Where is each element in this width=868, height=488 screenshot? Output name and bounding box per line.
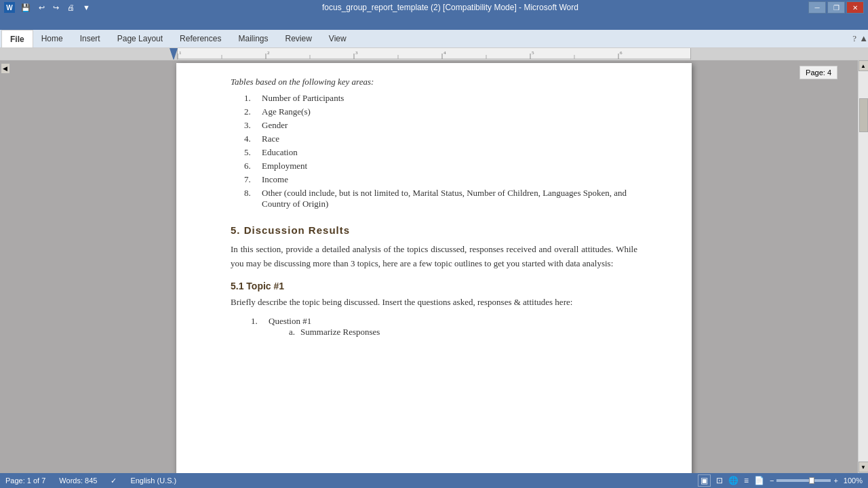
zoom-thumb[interactable]: [809, 477, 814, 484]
ribbon-tabs: File Home Insert Page Layout References …: [0, 30, 868, 47]
intro-text: Tables based on the following key areas:: [231, 77, 637, 87]
zoom-control: − + 100%: [770, 476, 863, 485]
list-num: 2.: [244, 106, 256, 117]
list-item: 7. Income: [244, 174, 637, 185]
page-indicator: Page: 4: [800, 66, 837, 79]
word-logo: W: [4, 2, 15, 13]
list-item: 5. Education: [244, 147, 637, 158]
customize-button[interactable]: ▼: [81, 3, 92, 12]
list-item: 6. Employment: [244, 161, 637, 171]
redo-button[interactable]: ↪: [51, 3, 61, 13]
view-print-layout[interactable]: ▣: [698, 474, 711, 487]
quick-access-toolbar: W 💾 ↩ ↪ 🖨 ▼ focus_group_report_template …: [0, 0, 868, 15]
svg-text:2: 2: [267, 50, 270, 56]
list-num: 7.: [244, 174, 256, 185]
section5-body-text: In this section, provide a detailed anal…: [231, 244, 637, 268]
svg-text:6: 6: [620, 50, 623, 56]
word-count: Words: 845: [59, 476, 97, 485]
tab-page-layout[interactable]: Page Layout: [109, 30, 172, 47]
top-bar: W 💾 ↩ ↪ 🖨 ▼ focus_group_report_template …: [0, 0, 868, 30]
sub-list-item: 1. Question #1 a. Summarize Responses: [251, 316, 637, 339]
page-count: Page: 1 of 7: [5, 476, 45, 485]
tab-mailings[interactable]: Mailings: [230, 30, 277, 47]
ribbon-help[interactable]: ?: [852, 33, 856, 44]
ruler-right-margin: [690, 48, 868, 60]
scroll-thumb[interactable]: [859, 98, 868, 132]
language: English (U.S.): [130, 476, 176, 485]
window-controls: ─ ❐ ✕: [808, 1, 864, 14]
list-item: 1. Number of Participants: [244, 93, 637, 104]
ribbon: File Home Insert Page Layout References …: [0, 30, 868, 48]
list-num: 3.: [244, 120, 256, 131]
question-text: Question #1: [269, 316, 311, 326]
list-text: Gender: [262, 120, 288, 131]
list-item: 4. Race: [244, 134, 637, 144]
list-text: Age Range(s): [262, 106, 311, 117]
sub-sub-list: a. Summarize Responses: [289, 327, 380, 338]
tab-view[interactable]: View: [321, 30, 355, 47]
list-item: 3. Gender: [244, 120, 637, 131]
list-num: 6.: [244, 161, 256, 171]
sub-text: Summarize Responses: [300, 327, 380, 338]
zoom-level: 100%: [844, 476, 863, 485]
document-page: Tables based on the following key areas:…: [176, 63, 692, 473]
key-areas-list: 1. Number of Participants 2. Age Range(s…: [244, 93, 637, 209]
sub-sub-item: a. Summarize Responses: [289, 327, 380, 338]
tab-file[interactable]: File: [1, 30, 33, 47]
status-bar: Page: 1 of 7 Words: 845 ✓ English (U.S.)…: [0, 473, 868, 488]
scroll-down-button[interactable]: ▼: [859, 462, 869, 472]
tab-references[interactable]: References: [172, 30, 230, 47]
list-num: 4.: [244, 134, 256, 144]
ruler-content: 1 2 3 4 5 6: [178, 48, 690, 60]
svg-text:4: 4: [443, 50, 446, 56]
section51-body: Briefly describe the topic being discuss…: [231, 296, 637, 310]
list-num: 8.: [244, 188, 256, 209]
section51-heading-text: 5.1 Topic #1: [231, 281, 284, 291]
save-button[interactable]: 💾: [19, 3, 33, 13]
view-full-screen[interactable]: ⊡: [716, 476, 723, 485]
print-button[interactable]: 🖨: [65, 3, 77, 12]
list-num: 1.: [244, 93, 256, 104]
doc-scroll-area: Page: 4 Tables based on the following ke…: [10, 60, 858, 473]
list-text: Other (could include, but is not limited…: [262, 188, 637, 209]
tab-insert[interactable]: Insert: [72, 30, 109, 47]
scroll-track[interactable]: [859, 71, 869, 462]
section5-body: In this section, provide a detailed anal…: [231, 243, 637, 271]
minimize-button[interactable]: ─: [808, 1, 826, 14]
main-area: ◀ Page: 4 Tables based on the following …: [0, 60, 868, 473]
svg-text:5: 5: [532, 50, 534, 56]
zoom-in-button[interactable]: +: [833, 476, 837, 485]
list-text: Employment: [262, 161, 307, 171]
list-item: 2. Age Range(s): [244, 106, 637, 117]
section5-heading: 5. Discussion Results: [231, 224, 637, 236]
zoom-out-button[interactable]: −: [770, 476, 774, 485]
list-text: Education: [262, 147, 298, 158]
sub-list-num: 1.: [251, 316, 263, 339]
list-text: Number of Participants: [262, 93, 344, 104]
restore-button[interactable]: ❐: [827, 1, 845, 14]
list-num: 5.: [244, 147, 256, 158]
left-sidebar: ◀: [0, 60, 10, 473]
view-draft[interactable]: 📄: [754, 476, 764, 485]
question-list: 1. Question #1 a. Summarize Responses: [251, 316, 637, 339]
svg-text:3: 3: [355, 50, 358, 56]
ribbon-minimize[interactable]: ▲: [859, 33, 868, 44]
left-scroll-top[interactable]: ◀: [1, 63, 10, 74]
zoom-slider[interactable]: [776, 479, 831, 482]
list-text: Income: [262, 174, 288, 185]
title-text: focus_group_report_template (2) [Compati…: [322, 3, 578, 12]
list-item: 8. Other (could include, but is not limi…: [244, 188, 637, 209]
view-outline[interactable]: ≡: [744, 476, 749, 485]
section51-body-text: Briefly describe the topic being discuss…: [231, 297, 572, 307]
view-web-layout[interactable]: 🌐: [728, 476, 738, 485]
sub-letter: a.: [289, 327, 295, 338]
spell-check-icon[interactable]: ✓: [111, 476, 117, 485]
undo-button[interactable]: ↩: [37, 3, 47, 13]
tab-home[interactable]: Home: [33, 30, 72, 47]
ruler: 1 2 3 4 5 6: [0, 48, 868, 60]
tab-review[interactable]: Review: [277, 30, 320, 47]
section5-heading-text: 5. Discussion Results: [231, 224, 350, 236]
section51-heading: 5.1 Topic #1: [231, 281, 637, 291]
close-button[interactable]: ✕: [846, 1, 864, 14]
scroll-up-button[interactable]: ▲: [859, 60, 869, 71]
